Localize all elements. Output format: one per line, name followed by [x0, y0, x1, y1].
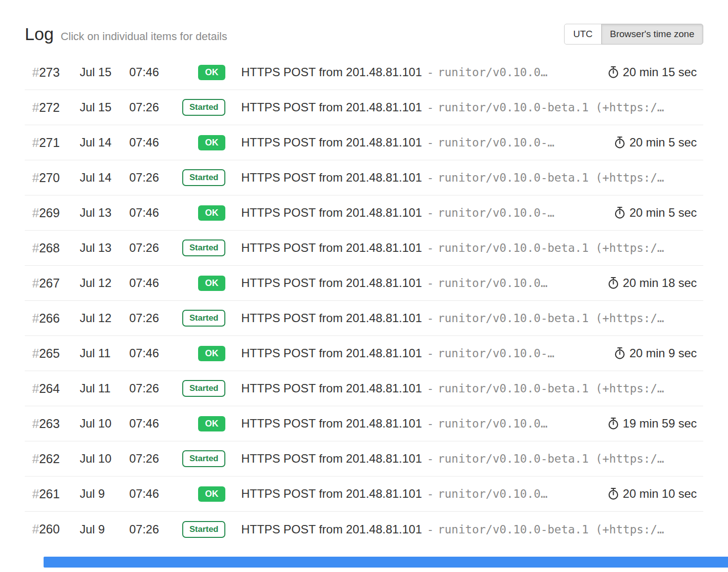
log-row[interactable]: #267 Jul 12 07:46 OK HTTPS POST from 201… [25, 266, 703, 301]
event-number: #266 [25, 311, 80, 326]
event-time: 07:26 [129, 241, 179, 255]
hash-prefix: # [32, 311, 39, 325]
status-badge: Started [182, 99, 225, 116]
event-time: 07:46 [129, 136, 179, 149]
event-duration-text: 20 min 9 sec [629, 346, 697, 360]
status-badge-cell: Started [179, 99, 225, 116]
event-description-main: HTTPS POST from 201.48.81.101 [241, 136, 422, 149]
event-description-main: HTTPS POST from 201.48.81.101 [241, 276, 422, 289]
event-time: 07:26 [129, 523, 179, 536]
stopwatch-icon [614, 136, 625, 149]
status-badge-cell: OK [179, 486, 225, 502]
event-number-value: 273 [39, 65, 60, 79]
event-description: HTTPS POST from 201.48.81.101-runitor/v0… [225, 100, 697, 114]
event-number-value: 270 [39, 171, 60, 185]
status-badge-cell: OK [179, 135, 225, 150]
user-agent-text: runitor/v0.10.0-beta.1 (+https:/… [438, 241, 664, 254]
event-description-main: HTTPS POST from 201.48.81.101 [241, 65, 422, 79]
stopwatch-icon [614, 206, 625, 219]
event-description: HTTPS POST from 201.48.81.101-runitor/v0… [225, 346, 606, 360]
event-time: 07:26 [129, 100, 179, 114]
event-number-value: 266 [39, 311, 60, 325]
log-row[interactable]: #270 Jul 14 07:26 Started HTTPS POST fro… [25, 160, 703, 195]
hash-prefix: # [32, 522, 39, 536]
time-range-slider-bar[interactable] [44, 557, 728, 568]
event-duration-text: 19 min 59 sec [623, 417, 697, 430]
hash-prefix: # [32, 100, 39, 114]
user-agent-text: runitor/v0.10.0… [438, 417, 548, 430]
log-row[interactable]: #268 Jul 13 07:26 Started HTTPS POST fro… [25, 231, 703, 266]
event-number: #267 [25, 276, 80, 290]
log-row[interactable]: #261 Jul 9 07:46 OK HTTPS POST from 201.… [25, 477, 703, 512]
event-description-main: HTTPS POST from 201.48.81.101 [241, 417, 422, 430]
log-row[interactable]: #272 Jul 15 07:26 Started HTTPS POST fro… [25, 90, 703, 125]
event-description: HTTPS POST from 201.48.81.101-runitor/v0… [225, 452, 697, 466]
event-number-value: 262 [39, 452, 60, 466]
log-row[interactable]: #271 Jul 14 07:46 OK HTTPS POST from 201… [25, 125, 703, 160]
event-duration-text: 20 min 10 sec [623, 487, 697, 501]
user-agent-text: runitor/v0.10.0-beta.1 (+https:/… [438, 452, 664, 465]
event-date: Jul 9 [80, 487, 129, 501]
event-time: 07:46 [129, 65, 179, 79]
status-badge: Started [182, 450, 225, 467]
event-time: 07:26 [129, 311, 179, 325]
event-number-value: 263 [39, 417, 60, 430]
event-time: 07:26 [129, 171, 179, 185]
event-description-main: HTTPS POST from 201.48.81.101 [241, 452, 422, 465]
log-page: Log Click on individual items for detail… [25, 0, 703, 547]
event-description: HTTPS POST from 201.48.81.101-runitor/v0… [225, 487, 600, 501]
event-number-value: 267 [39, 276, 60, 290]
status-badge-cell: OK [179, 205, 225, 221]
log-row[interactable]: #273 Jul 15 07:46 OK HTTPS POST from 201… [25, 55, 703, 90]
log-row[interactable]: #263 Jul 10 07:46 OK HTTPS POST from 201… [25, 406, 703, 441]
status-badge: OK [198, 135, 225, 150]
utc-button[interactable]: UTC [564, 24, 601, 45]
status-badge-cell: Started [179, 380, 225, 397]
event-date: Jul 15 [80, 100, 129, 114]
status-badge: OK [198, 276, 225, 291]
log-row[interactable]: #260 Jul 9 07:26 Started HTTPS POST from… [25, 512, 703, 547]
event-number: #268 [25, 241, 80, 255]
status-badge: Started [182, 380, 225, 397]
event-date: Jul 15 [80, 65, 129, 79]
user-agent-text: runitor/v0.10.0-beta.1 (+https:/… [438, 312, 664, 325]
description-separator: - [427, 101, 434, 114]
user-agent-text: runitor/v0.10.0… [438, 66, 548, 79]
event-duration-text: 20 min 5 sec [629, 136, 697, 149]
log-row[interactable]: #264 Jul 11 07:26 Started HTTPS POST fro… [25, 371, 703, 406]
page-title: Log [25, 24, 53, 44]
hash-prefix: # [32, 346, 39, 360]
description-separator: - [427, 452, 434, 465]
event-description-main: HTTPS POST from 201.48.81.101 [241, 381, 422, 395]
user-agent-text: runitor/v0.10.0-beta.1 (+https:/… [438, 382, 664, 395]
hash-prefix: # [32, 381, 39, 395]
hash-prefix: # [32, 276, 39, 290]
status-badge-cell: Started [179, 169, 225, 186]
event-time: 07:46 [129, 346, 179, 360]
log-row[interactable]: #265 Jul 11 07:46 OK HTTPS POST from 201… [25, 336, 703, 371]
event-description: HTTPS POST from 201.48.81.101-runitor/v0… [225, 136, 606, 149]
status-badge-cell: Started [179, 239, 225, 256]
event-date: Jul 12 [80, 276, 129, 290]
user-agent-text: runitor/v0.10.0… [438, 487, 548, 500]
event-number-value: 272 [39, 100, 60, 114]
hash-prefix: # [32, 171, 39, 185]
event-number: #262 [25, 452, 80, 466]
stopwatch-icon [608, 487, 619, 500]
log-row[interactable]: #262 Jul 10 07:26 Started HTTPS POST fro… [25, 441, 703, 477]
log-list: #273 Jul 15 07:46 OK HTTPS POST from 201… [25, 55, 703, 547]
event-date: Jul 10 [80, 452, 129, 466]
user-agent-text: runitor/v0.10.0… [438, 277, 548, 289]
event-description-main: HTTPS POST from 201.48.81.101 [241, 311, 422, 325]
event-number: #270 [25, 171, 80, 185]
event-description-main: HTTPS POST from 201.48.81.101 [241, 487, 422, 500]
event-number: #261 [25, 487, 80, 501]
description-separator: - [427, 312, 434, 325]
log-row[interactable]: #269 Jul 13 07:46 OK HTTPS POST from 201… [25, 195, 703, 231]
description-separator: - [427, 136, 434, 149]
status-badge: OK [198, 65, 225, 80]
event-duration: 20 min 5 sec [606, 206, 697, 220]
browser-timezone-button[interactable]: Browser's time zone [601, 24, 703, 45]
event-number: #260 [25, 522, 80, 536]
log-row[interactable]: #266 Jul 12 07:26 Started HTTPS POST fro… [25, 301, 703, 336]
